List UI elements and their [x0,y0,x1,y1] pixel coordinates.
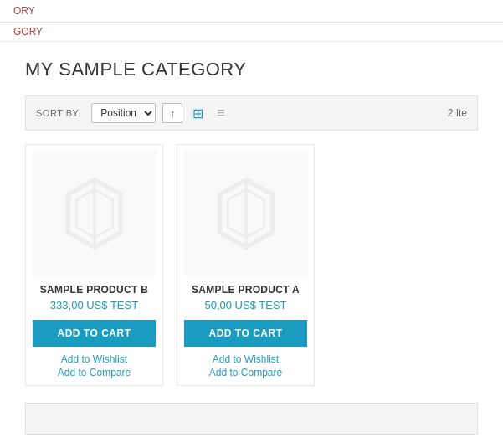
product-name: SAMPLE PRODUCT B [40,284,148,296]
sort-asc-icon: ↑ [170,107,176,120]
toolbar: SORT BY: Position Name Price ↑ ⊞ ≡ 2 Ite [25,95,478,131]
add-to-compare-link[interactable]: Add to Compare [58,367,131,378]
product-links: Add to Wishlist Add to Compare [33,353,156,378]
add-to-wishlist-link[interactable]: Add to Wishlist [213,353,279,365]
sort-select[interactable]: Position Name Price [91,103,156,123]
product-price: 333,00 US$ TEST [50,299,138,312]
product-image-product-b [33,152,157,275]
product-card: SAMPLE PRODUCT A 50,00 US$ TEST ADD TO C… [177,144,315,386]
sort-direction-button[interactable]: ↑ [162,103,182,123]
list-view-button[interactable]: ≡ [213,104,228,122]
add-to-cart-button[interactable]: ADD TO CART [33,320,156,347]
add-to-cart-button[interactable]: ADD TO CART [184,320,307,347]
page-title: MY SAMPLE CATEGORY [25,59,478,80]
top-bar-text: ORY [13,5,35,17]
product-card: SAMPLE PRODUCT B 333,00 US$ TEST ADD TO … [25,144,163,386]
product-links: Add to Wishlist Add to Compare [184,353,307,378]
product-name: SAMPLE PRODUCT A [192,284,300,296]
breadcrumb-bar: GORY [0,23,503,42]
magento-logo-icon [57,176,132,251]
product-image-product-a [184,152,308,275]
breadcrumb-text: GORY [13,26,43,38]
magento-logo-icon [208,176,284,251]
grid-icon: ⊞ [192,106,203,121]
products-grid: SAMPLE PRODUCT B 333,00 US$ TEST ADD TO … [25,144,478,386]
item-count: 2 Ite [448,107,467,119]
sort-by-label: SORT BY: [36,108,81,118]
pagination-bar [25,403,478,435]
add-to-wishlist-link[interactable]: Add to Wishlist [61,353,127,365]
list-icon: ≡ [217,106,224,120]
product-price: 50,00 US$ TEST [204,299,286,312]
add-to-compare-link[interactable]: Add to Compare [209,367,282,378]
grid-view-button[interactable]: ⊞ [189,104,207,123]
top-bar: ORY [0,0,503,23]
